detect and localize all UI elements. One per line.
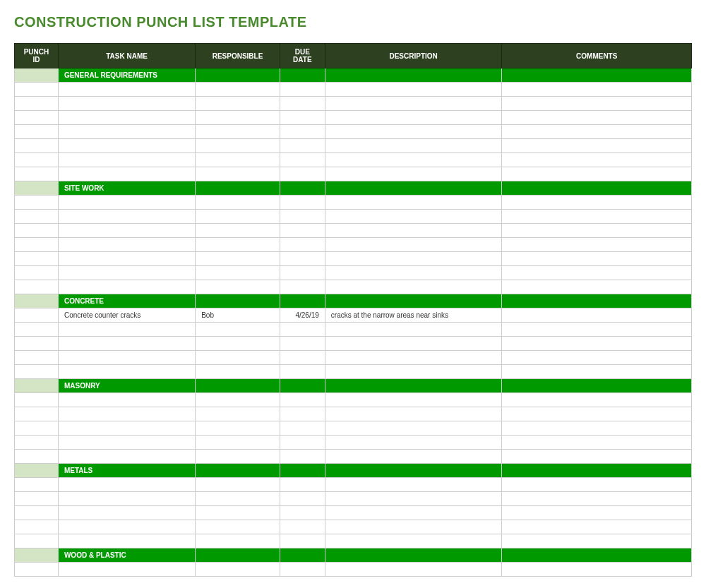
cell-description[interactable] [325, 407, 502, 421]
cell-comments[interactable] [502, 266, 692, 280]
cell-comments[interactable] [502, 393, 692, 407]
cell-task-name[interactable] [58, 421, 195, 436]
cell-comments[interactable] [502, 436, 692, 450]
cell-description[interactable] [325, 125, 502, 139]
cell-punch-id[interactable] [15, 252, 59, 266]
cell-task-name[interactable] [58, 280, 195, 294]
cell-due-date[interactable] [280, 280, 325, 294]
cell-punch-id[interactable] [15, 365, 59, 379]
cell-task-name[interactable] [58, 436, 195, 450]
cell-punch-id[interactable] [15, 478, 59, 492]
cell-responsible[interactable] [196, 450, 280, 464]
cell-due-date[interactable] [280, 421, 325, 436]
cell-due-date[interactable] [280, 125, 325, 139]
cell-responsible[interactable] [196, 238, 280, 252]
cell-due-date[interactable] [280, 111, 325, 125]
cell-responsible[interactable] [196, 210, 280, 224]
cell-punch-id[interactable] [15, 83, 59, 97]
cell-task-name[interactable] [58, 563, 195, 577]
cell-due-date[interactable] [280, 252, 325, 266]
cell-description[interactable] [325, 196, 502, 210]
cell-task-name[interactable] [58, 125, 195, 139]
cell-punch-id[interactable] [15, 210, 59, 224]
cell-responsible[interactable] [196, 323, 280, 337]
cell-task-name[interactable] [58, 167, 195, 181]
cell-due-date[interactable] [280, 520, 325, 534]
cell-due-date[interactable] [280, 478, 325, 492]
cell-responsible[interactable] [196, 153, 280, 167]
cell-task-name[interactable] [58, 478, 195, 492]
cell-comments[interactable] [502, 407, 692, 421]
cell-punch-id[interactable] [15, 139, 59, 153]
cell-description[interactable] [325, 167, 502, 181]
cell-responsible[interactable] [196, 125, 280, 139]
cell-punch-id[interactable] [15, 492, 59, 506]
cell-comments[interactable] [502, 153, 692, 167]
cell-comments[interactable] [502, 323, 692, 337]
cell-task-name[interactable] [58, 407, 195, 421]
section-id-cell[interactable] [15, 181, 59, 196]
cell-task-name[interactable] [58, 266, 195, 280]
cell-comments[interactable] [502, 351, 692, 365]
cell-comments[interactable] [502, 111, 692, 125]
cell-task-name[interactable] [58, 83, 195, 97]
cell-responsible[interactable] [196, 139, 280, 153]
cell-comments[interactable] [502, 210, 692, 224]
cell-task-name[interactable] [58, 393, 195, 407]
cell-responsible[interactable] [196, 111, 280, 125]
cell-comments[interactable] [502, 139, 692, 153]
cell-task-name[interactable] [58, 506, 195, 520]
cell-responsible[interactable] [196, 365, 280, 379]
cell-task-name[interactable] [58, 520, 195, 534]
cell-punch-id[interactable] [15, 563, 59, 577]
cell-description[interactable] [325, 266, 502, 280]
cell-due-date[interactable] [280, 196, 325, 210]
cell-responsible[interactable] [196, 167, 280, 181]
cell-responsible[interactable] [196, 337, 280, 351]
cell-description[interactable] [325, 323, 502, 337]
cell-comments[interactable] [502, 337, 692, 351]
cell-comments[interactable] [502, 280, 692, 294]
cell-task-name[interactable] [58, 139, 195, 153]
cell-responsible[interactable] [196, 280, 280, 294]
cell-description[interactable] [325, 393, 502, 407]
cell-description[interactable] [325, 210, 502, 224]
cell-punch-id[interactable] [15, 111, 59, 125]
cell-punch-id[interactable] [15, 323, 59, 337]
cell-task-name[interactable]: Concrete counter cracks [58, 308, 195, 323]
cell-due-date[interactable]: 4/26/19 [280, 308, 325, 323]
cell-description[interactable] [325, 365, 502, 379]
cell-comments[interactable] [502, 97, 692, 111]
cell-responsible[interactable] [196, 492, 280, 506]
cell-comments[interactable] [502, 125, 692, 139]
cell-description[interactable] [325, 436, 502, 450]
cell-punch-id[interactable] [15, 351, 59, 365]
cell-due-date[interactable] [280, 210, 325, 224]
cell-description[interactable] [325, 139, 502, 153]
cell-task-name[interactable] [58, 323, 195, 337]
cell-responsible[interactable] [196, 563, 280, 577]
cell-responsible[interactable] [196, 407, 280, 421]
cell-description[interactable] [325, 563, 502, 577]
cell-punch-id[interactable] [15, 337, 59, 351]
cell-description[interactable] [325, 97, 502, 111]
section-id-cell[interactable] [15, 548, 59, 563]
cell-responsible[interactable] [196, 436, 280, 450]
cell-task-name[interactable] [58, 224, 195, 238]
cell-punch-id[interactable] [15, 224, 59, 238]
cell-task-name[interactable] [58, 365, 195, 379]
cell-due-date[interactable] [280, 563, 325, 577]
cell-comments[interactable] [502, 83, 692, 97]
cell-description[interactable]: cracks at the narrow areas near sinks [325, 308, 502, 323]
cell-task-name[interactable] [58, 351, 195, 365]
cell-comments[interactable] [502, 506, 692, 520]
cell-punch-id[interactable] [15, 520, 59, 534]
cell-punch-id[interactable] [15, 280, 59, 294]
cell-punch-id[interactable] [15, 407, 59, 421]
cell-punch-id[interactable] [15, 196, 59, 210]
cell-punch-id[interactable] [15, 167, 59, 181]
cell-due-date[interactable] [280, 139, 325, 153]
cell-punch-id[interactable] [15, 153, 59, 167]
cell-due-date[interactable] [280, 167, 325, 181]
cell-due-date[interactable] [280, 407, 325, 421]
